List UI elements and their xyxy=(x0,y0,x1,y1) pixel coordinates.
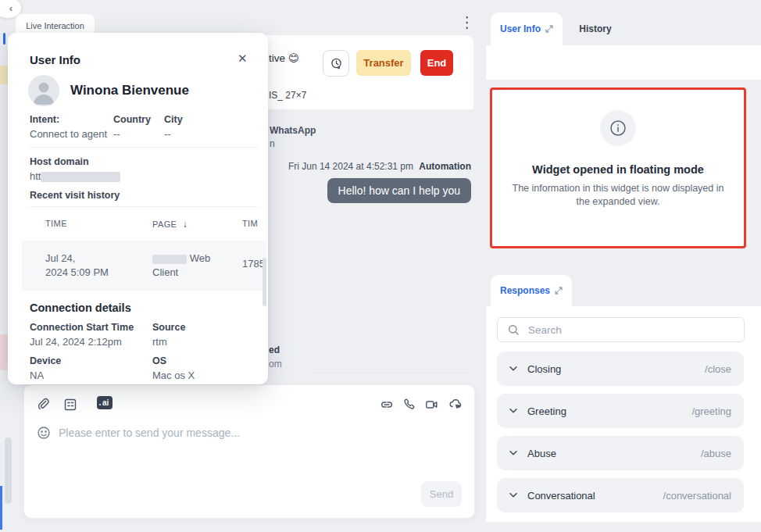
redacted-text xyxy=(41,172,120,182)
os-label: OS xyxy=(152,355,166,366)
tab-responses-label: Responses xyxy=(500,285,550,296)
canned-form-icon[interactable] xyxy=(63,398,77,412)
rail-scrollbar[interactable] xyxy=(5,437,12,504)
response-shortcut: /close xyxy=(705,363,731,375)
connection-details-title: Connection details xyxy=(30,302,131,314)
responses-content: Closing /close Greeting /greeting Abuse … xyxy=(486,306,761,522)
ai-assist-icon[interactable]: ai xyxy=(97,396,113,409)
source-value: rtm xyxy=(152,336,167,348)
chevron-down-icon[interactable] xyxy=(509,408,517,414)
search-icon xyxy=(508,324,520,336)
responses-search[interactable] xyxy=(497,317,745,342)
tab-user-info[interactable]: User Info xyxy=(491,12,563,45)
intent-label: Intent: xyxy=(30,114,59,125)
widget-description: The information in this widget is now di… xyxy=(505,182,731,209)
customer-name: Winona Bienvenue xyxy=(70,83,189,98)
expand-icon[interactable] xyxy=(545,25,553,33)
divider xyxy=(30,206,258,207)
send-button[interactable]: Send xyxy=(421,481,462,507)
right-panel-content-band xyxy=(486,45,761,80)
end-button[interactable]: End xyxy=(420,50,453,76)
text-fragment-om: om xyxy=(269,359,282,370)
country-label: Country xyxy=(113,114,151,125)
tab-user-info-label: User Info xyxy=(500,23,541,34)
info-icon-circle xyxy=(600,110,636,146)
chat-bubble: Hello! how can I help you xyxy=(327,178,471,203)
panel-scrollbar[interactable] xyxy=(263,258,266,306)
attachment-icon[interactable] xyxy=(37,398,51,412)
response-label: Closing xyxy=(527,363,561,375)
avatar xyxy=(28,75,59,106)
response-label: Conversational xyxy=(527,490,595,502)
divider xyxy=(30,147,258,148)
message-timestamp: Fri Jun 14 2024 at 4:52:31 pm xyxy=(288,161,413,172)
visit-history-row[interactable]: Jul 24, 2024 5:09 PM Web Client 1785 xyxy=(22,241,266,291)
conversation-divider xyxy=(313,373,469,373)
response-item-conversational[interactable]: Conversational /conversational xyxy=(497,478,744,512)
response-item-closing[interactable]: Closing /close xyxy=(497,352,744,386)
expand-icon[interactable] xyxy=(555,287,563,295)
host-domain-value: htt xyxy=(30,170,120,182)
tab-live-interaction-label: Live Interaction xyxy=(26,21,84,30)
connection-start-label: Connection Start Time xyxy=(30,322,134,333)
back-icon: ‹ xyxy=(9,2,13,14)
visit-time: Jul 24, 2024 5:09 PM xyxy=(45,252,109,280)
redacted-text xyxy=(152,255,187,264)
widget-title: Widget opened in floating mode xyxy=(492,163,744,176)
user-info-panel: User Info ✕ Winona Bienvenue Intent: Con… xyxy=(8,33,268,384)
active-conversation-indicator xyxy=(3,33,5,45)
city-label: City xyxy=(164,114,183,125)
channel-text-fragment: n xyxy=(270,138,275,149)
response-item-abuse[interactable]: Abuse /abuse xyxy=(497,436,744,470)
text-fragment-ed: ed xyxy=(269,345,280,355)
channel-label: WhatsApp xyxy=(270,125,316,136)
kebab-menu-icon[interactable]: ⋮ xyxy=(460,15,473,30)
agent-name-fragment: tive 😊 xyxy=(269,52,299,64)
app-root: ‹ Live Interaction ⋮ tive 😊 Transfer End… xyxy=(0,0,761,532)
response-label: Greeting xyxy=(527,405,566,417)
source-label: Source xyxy=(152,322,185,333)
voice-call-icon[interactable] xyxy=(402,398,416,412)
video-call-icon[interactable] xyxy=(425,398,439,412)
clock-history-icon xyxy=(330,57,343,70)
tab-history-label: History xyxy=(579,23,611,34)
sort-down-icon[interactable]: ↓ xyxy=(183,219,188,230)
col-header-tim: TIM xyxy=(242,219,258,228)
message-composer: ai Please enter to send your message... … xyxy=(23,384,475,519)
connection-start-value: Jul 24, 2024 2:12pm xyxy=(30,336,122,348)
response-item-greeting[interactable]: Greeting /greeting xyxy=(497,394,744,428)
os-value: Mac os X xyxy=(152,370,195,381)
conversation-history-button[interactable] xyxy=(323,50,349,77)
visit-page: Web Client xyxy=(152,252,238,280)
chevron-down-icon[interactable] xyxy=(509,492,517,498)
message-input-placeholder: Please enter to send your message... xyxy=(59,427,240,439)
emoji-icon[interactable] xyxy=(37,426,51,440)
intent-value: Connect to agent xyxy=(30,128,107,140)
transfer-button[interactable]: Transfer xyxy=(356,50,411,76)
link-icon[interactable] xyxy=(380,398,394,412)
response-shortcut: /conversational xyxy=(663,490,731,502)
cobrowse-icon[interactable] xyxy=(448,398,463,412)
col-header-page[interactable]: PAGE ↓ xyxy=(152,219,188,230)
responses-search-input[interactable] xyxy=(527,323,744,337)
device-value: NA xyxy=(30,370,44,381)
message-author: Automation xyxy=(419,161,471,172)
response-shortcut: /greeting xyxy=(691,405,731,417)
chevron-down-icon[interactable] xyxy=(509,366,517,372)
country-value: -- xyxy=(113,128,120,140)
person-icon xyxy=(28,75,59,106)
tab-history[interactable]: History xyxy=(570,12,620,45)
widget-highlight-card: Widget opened in floating mode The infor… xyxy=(490,87,746,248)
close-icon[interactable]: ✕ xyxy=(238,52,248,66)
chevron-down-icon[interactable] xyxy=(509,450,517,456)
tab-responses[interactable]: Responses xyxy=(491,275,572,306)
device-label: Device xyxy=(30,355,61,366)
bottom-blue-bar xyxy=(0,486,2,530)
recent-visit-label: Recent visit history xyxy=(30,190,120,201)
message-input[interactable]: Please enter to send your message... xyxy=(37,426,240,440)
response-label: Abuse xyxy=(527,448,556,459)
city-value: -- xyxy=(164,128,171,140)
response-shortcut: /abuse xyxy=(701,448,731,459)
info-icon xyxy=(609,120,627,137)
bot-name-fragment: IS_ 27×7 xyxy=(269,90,306,101)
